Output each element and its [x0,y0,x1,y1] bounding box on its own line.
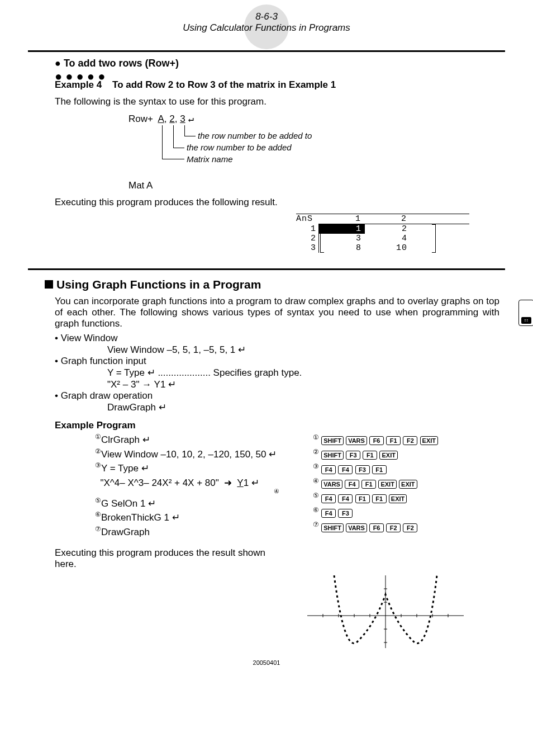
keycap: F2 [386,523,401,532]
keycap: F1 [386,436,401,445]
annot-row-added: the row number to be added [187,143,292,152]
page-header: 8-6-3 Using Calculator Functions in Prog… [28,11,505,34]
program-step: ②View Window –10, 10, 2, –120, 150, 50 ↵ [95,447,296,460]
bullet-view-window: • View Window [55,333,505,344]
keycap: F1 [361,480,376,489]
syntax-block: Row+ A, 2, 3 ↵ the row number to be adde… [129,113,505,191]
code-x2minus3: "X² – 3" → Y1 ↵ [107,379,505,390]
graph-intro: You can incorporate graph functions into… [55,296,499,329]
example-line: Example 4 To add Row 2 to Row 3 of the m… [55,79,505,91]
keycap: F4 [321,509,336,518]
keycap: VARS [346,523,367,532]
exec-text: Executing this program produces the foll… [55,197,499,208]
keycap: F2 [403,436,417,445]
program-step: ⑥BrokenThickG 1 ↵ [95,511,296,523]
page-ref: 8-6-3 [28,11,505,22]
key-sequence: ⑥ F4 F3 [313,506,438,518]
program-step: "X^4– X^3– 24X² + 4X + 80" ➜ Y1 ↵④ [95,476,296,495]
keycap: EXIT [379,451,397,460]
keycap: EXIT [389,494,407,503]
key-sequence: ① SHIFT VARS F6 F1 F2 EXIT [313,433,438,446]
example-program-block: ①ClrGraph ↵②View Window –10, 10, 2, –120… [95,431,505,540]
key-sequence: ④ VARS F4 F1 EXIT EXIT [313,477,438,489]
section-heading-row-plus: ● To add two rows (Row+) [55,58,478,69]
key-sequence: ⑦ SHIFT VARS F6 F2 F2 [313,521,438,533]
keycap: F4 [338,465,353,474]
keycap: SHIFT [321,451,344,460]
decorative-dots: ●●●●● [55,74,505,79]
divider [28,268,505,270]
keycap: F1 [355,494,370,503]
section-title-graph: Using Graph Functions in a Program [45,278,505,291]
matrix-result: AnS 1 2 1 2 3 1 2 3 4 [296,214,469,253]
footer-date: 20050401 [28,659,505,666]
keycap: EXIT [399,480,417,489]
example-program-label: Example Program [55,420,505,431]
keycap: F4 [338,494,353,503]
keycap: F1 [372,494,387,503]
keycap: F3 [355,465,370,474]
key-sequence: ② SHIFT F3 F1 EXIT [313,448,438,460]
intro-text: The following is the syntax to use for t… [55,96,499,107]
keycap: F4 [321,465,336,474]
keycap: SHIFT [321,436,344,445]
result-text: Executing this program produces the resu… [55,547,267,570]
key-sequence: ⑤ F4 F4 F1 F1 EXIT [313,492,438,504]
page-title: Using Calculator Functions in Programs [28,22,505,34]
keycap: F2 [403,523,417,532]
program-step: ③Y = Type ↵ [95,461,296,474]
mat-a-line: Mat A [129,180,505,191]
keycap: F1 [372,465,387,474]
code-drawgraph: DrawGraph ↵ [107,401,505,413]
keycap: F4 [321,494,336,503]
code-view-window: View Window –5, 5, 1, –5, 5, 1 ↵ [107,344,505,356]
program-step: ⑤G SelOn 1 ↵ [95,497,296,509]
keycap: F3 [346,451,360,460]
keycap: F3 [338,509,353,518]
graph-result [307,575,464,648]
keycap: EXIT [420,436,438,445]
key-sequence: ③ F4 F4 F3 F1 [313,462,438,475]
keycap: F1 [363,451,377,460]
annot-row-to: the row number to be added to [198,131,312,140]
keycap: F4 [345,480,359,489]
program-step: ①ClrGraph ↵ [95,433,296,446]
keycap: F6 [369,523,384,532]
bullet-graph-draw: • Graph draw operation [55,390,505,401]
calculator-icon: ⠿⠿ [518,300,533,326]
program-step: ⑦DrawGraph [95,525,296,538]
code-ytype: Y = Type ↵ .................... Specifie… [107,367,505,379]
keycap: SHIFT [321,523,344,532]
divider [28,50,505,52]
bullet-graph-input: • Graph function input [55,356,505,367]
keycap: EXIT [378,480,396,489]
keycap: F6 [369,436,384,445]
annot-matrix-name: Matrix name [187,154,233,164]
keycap: VARS [321,480,342,489]
keycap: VARS [346,436,367,445]
